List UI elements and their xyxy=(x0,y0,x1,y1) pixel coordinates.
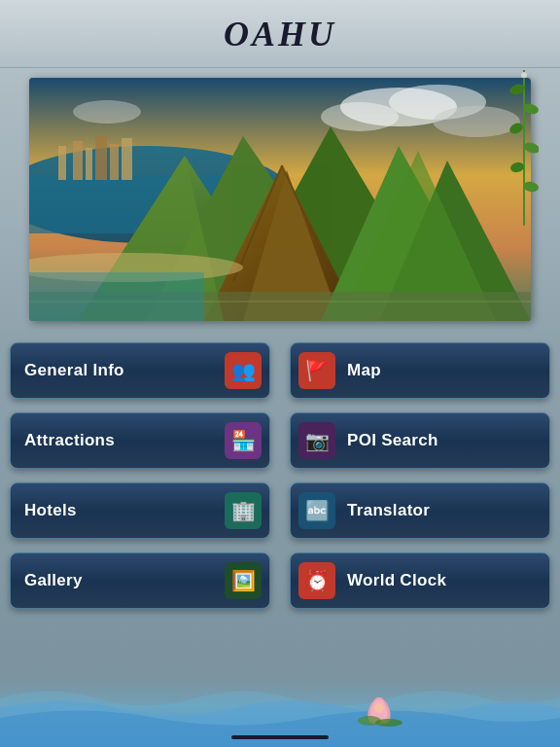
map-button[interactable]: 🚩 Map xyxy=(290,342,550,399)
svg-point-5 xyxy=(73,100,141,124)
hotels-label: Hotels xyxy=(24,501,77,520)
app-header: OAHU xyxy=(0,0,560,68)
world-clock-button[interactable]: ⏰ World Clock xyxy=(290,552,550,609)
svg-point-44 xyxy=(375,719,402,727)
poi-search-button[interactable]: 📷 POI Search xyxy=(290,412,550,469)
attractions-icon: 🏪 xyxy=(225,422,262,459)
poi-search-icon: 📷 xyxy=(298,422,335,459)
general-info-label: General Info xyxy=(24,361,124,380)
svg-point-34 xyxy=(509,160,525,173)
svg-point-4 xyxy=(433,106,520,137)
poi-search-label: POI Search xyxy=(347,431,438,450)
menu-grid: General Info 👥 🚩 Map Attractions 🏪 📷 POI… xyxy=(0,331,560,609)
svg-rect-9 xyxy=(73,141,83,180)
svg-rect-11 xyxy=(95,136,107,180)
map-icon: 🚩 xyxy=(298,352,335,389)
svg-rect-13 xyxy=(122,138,132,180)
svg-rect-12 xyxy=(110,144,119,180)
svg-point-36 xyxy=(521,72,527,78)
gallery-label: Gallery xyxy=(24,571,83,590)
world-clock-label: World Clock xyxy=(347,571,446,590)
svg-rect-8 xyxy=(58,146,66,180)
vine-decoration xyxy=(509,70,539,226)
translator-button[interactable]: 🔤 Translator xyxy=(290,482,550,539)
translator-icon: 🔤 xyxy=(298,492,335,529)
svg-rect-28 xyxy=(29,272,204,321)
svg-point-3 xyxy=(321,102,399,131)
attractions-label: Attractions xyxy=(24,431,115,450)
hero-section xyxy=(0,68,560,331)
app-title: OAHU xyxy=(224,14,336,54)
svg-point-33 xyxy=(523,141,539,156)
svg-point-32 xyxy=(509,122,524,136)
hotels-icon: 🏢 xyxy=(225,492,262,529)
world-clock-icon: ⏰ xyxy=(298,562,335,599)
svg-rect-10 xyxy=(86,148,92,180)
gallery-button[interactable]: Gallery 🖼️ xyxy=(10,552,270,609)
map-label: Map xyxy=(347,361,381,380)
svg-point-42 xyxy=(374,703,384,713)
home-indicator xyxy=(231,735,329,739)
gallery-icon: 🖼️ xyxy=(225,562,262,599)
general-info-button[interactable]: General Info 👥 xyxy=(10,342,270,399)
hero-image xyxy=(29,78,531,321)
general-info-icon: 👥 xyxy=(225,352,262,389)
translator-label: Translator xyxy=(347,501,430,520)
hotels-button[interactable]: Hotels 🏢 xyxy=(10,482,270,539)
attractions-button[interactable]: Attractions 🏪 xyxy=(10,412,270,469)
